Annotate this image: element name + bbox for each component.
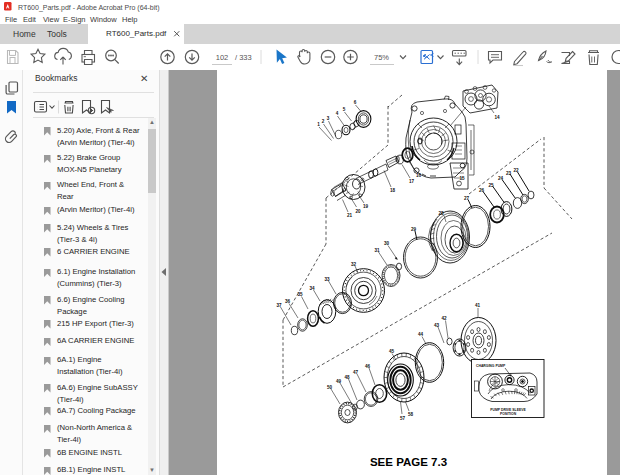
svg-text:43: 43 xyxy=(434,323,440,328)
svg-text:/ 333: / 333 xyxy=(235,53,252,62)
svg-text:18: 18 xyxy=(390,188,396,193)
svg-text:47: 47 xyxy=(353,370,359,375)
svg-text:34: 34 xyxy=(309,286,315,291)
svg-text:33: 33 xyxy=(324,277,330,282)
svg-text:48: 48 xyxy=(344,375,350,380)
svg-text:4: 4 xyxy=(336,111,339,116)
svg-text:6: 6 xyxy=(354,100,357,105)
svg-text:25: 25 xyxy=(488,183,494,188)
svg-text:42: 42 xyxy=(441,316,447,321)
svg-text:26: 26 xyxy=(479,188,485,193)
svg-text:36: 36 xyxy=(285,299,291,304)
svg-text:41: 41 xyxy=(475,303,481,308)
svg-text:29: 29 xyxy=(411,227,417,232)
svg-text:58: 58 xyxy=(408,412,414,417)
svg-text:14: 14 xyxy=(494,115,500,120)
svg-text:44: 44 xyxy=(418,332,424,337)
svg-text:27: 27 xyxy=(464,196,470,201)
svg-text:20: 20 xyxy=(355,209,361,214)
svg-text:57: 57 xyxy=(400,416,406,421)
svg-text:19: 19 xyxy=(363,204,369,209)
svg-text:POSITION: POSITION xyxy=(500,412,517,416)
svg-text:23: 23 xyxy=(506,171,512,176)
svg-text:3: 3 xyxy=(327,116,330,121)
svg-text:31: 31 xyxy=(374,248,380,253)
svg-text:16: 16 xyxy=(416,173,422,178)
svg-text:22: 22 xyxy=(513,168,519,173)
svg-text:102: 102 xyxy=(216,53,229,62)
svg-text:CHARGING PUMP: CHARGING PUMP xyxy=(476,364,506,368)
svg-text:17: 17 xyxy=(409,179,415,184)
svg-text:75%: 75% xyxy=(374,53,389,62)
svg-text:50: 50 xyxy=(327,385,333,390)
svg-text:1: 1 xyxy=(317,122,320,127)
svg-text:5: 5 xyxy=(343,107,346,112)
svg-text:49: 49 xyxy=(336,379,342,384)
svg-text:30: 30 xyxy=(384,241,390,246)
svg-text:SEE PAGE 7.3: SEE PAGE 7.3 xyxy=(370,456,447,468)
svg-text:37: 37 xyxy=(276,303,282,308)
svg-text:35: 35 xyxy=(297,292,303,297)
svg-text:45: 45 xyxy=(389,349,395,354)
svg-text:24: 24 xyxy=(498,176,504,181)
svg-text:32: 32 xyxy=(351,262,357,267)
svg-text:46: 46 xyxy=(365,364,371,369)
svg-text:21: 21 xyxy=(347,213,353,218)
svg-text:15: 15 xyxy=(459,176,465,181)
svg-text:2: 2 xyxy=(322,119,325,124)
